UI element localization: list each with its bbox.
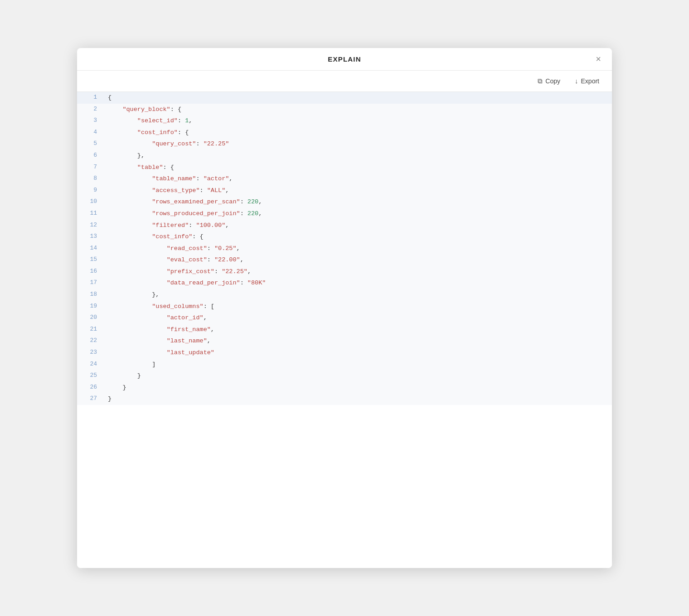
line-number: 21 [77,324,104,336]
line-code: "rows_produced_per_join": 220, [104,208,612,220]
table-row: 17 "data_read_per_join": "80K" [77,277,612,289]
line-code: "rows_examined_per_scan": 220, [104,196,612,208]
line-code: "table_name": "actor", [104,173,612,185]
code-area: 1{2 "query_block": {3 "select_id": 1,4 "… [77,92,612,405]
line-code: "access_type": "ALL", [104,185,612,197]
line-code: "prefix_cost": "22.25", [104,266,612,278]
table-row: 10 "rows_examined_per_scan": 220, [77,196,612,208]
line-number: 8 [77,173,104,185]
table-row: 23 "last_update" [77,347,612,359]
table-row: 25 } [77,370,612,382]
line-number: 15 [77,254,104,266]
line-code: "table": { [104,162,612,173]
line-number: 20 [77,312,104,324]
line-number: 7 [77,162,104,173]
line-code: "cost_info": { [104,231,612,243]
line-number: 22 [77,335,104,347]
line-code: "first_name", [104,324,612,336]
table-row: 13 "cost_info": { [77,231,612,243]
table-row: 12 "filtered": "100.00", [77,220,612,231]
table-row: 11 "rows_produced_per_join": 220, [77,208,612,220]
line-number: 2 [77,104,104,116]
line-code: }, [104,150,612,162]
table-row: 22 "last_name", [77,335,612,347]
line-code: "used_columns": [ [104,301,612,313]
line-code: } [104,393,612,405]
table-row: 5 "query_cost": "22.25" [77,138,612,150]
table-row: 14 "read_cost": "0.25", [77,243,612,255]
table-row: 27} [77,393,612,405]
line-code: ] [104,359,612,371]
line-code: { [104,92,612,104]
modal-header: EXPLAIN × [77,48,612,71]
line-number: 4 [77,127,104,139]
table-row: 15 "eval_cost": "22.00", [77,254,612,266]
line-number: 16 [77,266,104,278]
export-icon: ↓ [575,77,578,85]
line-number: 13 [77,231,104,243]
line-number: 1 [77,92,104,104]
table-row: 18 }, [77,289,612,301]
line-number: 11 [77,208,104,220]
line-code: "eval_cost": "22.00", [104,254,612,266]
table-row: 19 "used_columns": [ [77,301,612,313]
line-code: "filtered": "100.00", [104,220,612,231]
table-row: 9 "access_type": "ALL", [77,185,612,197]
line-number: 26 [77,382,104,394]
line-number: 23 [77,347,104,359]
line-code: "query_block": { [104,104,612,116]
line-number: 14 [77,243,104,255]
table-row: 3 "select_id": 1, [77,115,612,127]
line-code: "read_cost": "0.25", [104,243,612,255]
toolbar: ⧉ Copy ↓ Export [77,71,612,92]
copy-icon: ⧉ [538,77,543,85]
line-number: 24 [77,359,104,371]
close-icon: × [596,54,601,63]
table-row: 4 "cost_info": { [77,127,612,139]
table-row: 24 ] [77,359,612,371]
table-row: 21 "first_name", [77,324,612,336]
line-number: 10 [77,196,104,208]
copy-button[interactable]: ⧉ Copy [534,75,564,87]
table-row: 26 } [77,382,612,394]
line-number: 18 [77,289,104,301]
line-number: 6 [77,150,104,162]
line-code: "query_cost": "22.25" [104,138,612,150]
empty-area [77,405,612,568]
table-row: 6 }, [77,150,612,162]
export-label: Export [581,77,599,85]
explain-modal: EXPLAIN × ⧉ Copy ↓ Export 1{2 "query_blo… [77,48,612,568]
table-row: 20 "actor_id", [77,312,612,324]
table-row: 2 "query_block": { [77,104,612,116]
line-number: 17 [77,277,104,289]
export-button[interactable]: ↓ Export [571,75,603,87]
copy-label: Copy [545,77,560,85]
line-code: "data_read_per_join": "80K" [104,277,612,289]
line-code: "cost_info": { [104,127,612,139]
table-row: 1{ [77,92,612,104]
line-code: "last_update" [104,347,612,359]
code-table: 1{2 "query_block": {3 "select_id": 1,4 "… [77,92,612,405]
table-row: 7 "table": { [77,162,612,173]
line-number: 5 [77,138,104,150]
line-code: } [104,382,612,394]
table-row: 8 "table_name": "actor", [77,173,612,185]
line-number: 25 [77,370,104,382]
line-code: "actor_id", [104,312,612,324]
modal-title: EXPLAIN [328,55,361,63]
line-code: }, [104,289,612,301]
line-number: 19 [77,301,104,313]
line-number: 9 [77,185,104,197]
line-number: 27 [77,393,104,405]
line-code: } [104,370,612,382]
line-number: 3 [77,115,104,127]
table-row: 16 "prefix_cost": "22.25", [77,266,612,278]
line-code: "select_id": 1, [104,115,612,127]
line-code: "last_name", [104,335,612,347]
close-button[interactable]: × [594,53,603,65]
line-number: 12 [77,220,104,231]
